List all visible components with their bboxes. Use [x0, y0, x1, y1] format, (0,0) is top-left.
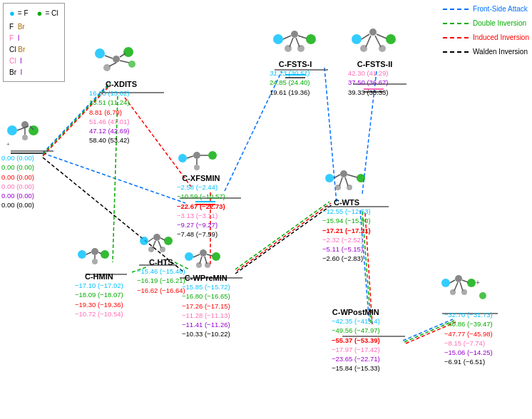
f-i-f: F	[9, 34, 14, 42]
svg-point-126	[479, 292, 486, 299]
svg-point-51	[128, 61, 135, 68]
svg-point-89	[273, 34, 283, 44]
svg-line-71	[153, 241, 155, 248]
svg-line-55	[120, 61, 129, 63]
svg-point-90	[291, 31, 298, 38]
svg-point-100	[386, 34, 396, 44]
svg-line-80	[200, 257, 202, 264]
svg-point-98	[352, 34, 362, 44]
reactant-energies: 0.00 (0.00) 0.00 (0.00) 0.00 (0.00) 0.00…	[1, 153, 34, 210]
svg-point-109	[357, 174, 365, 182]
walden-inv-label: Walden Inversion	[473, 46, 528, 58]
xfsmin-mol-svg	[177, 143, 223, 172]
fsts-ii-label: C-FSTS-II	[348, 60, 401, 68]
svg-line-96	[290, 38, 293, 47]
wts-mol-svg	[322, 162, 371, 197]
hts-mol-svg	[137, 227, 176, 257]
svg-point-40	[7, 125, 17, 135]
fsts-ii-mol-svg	[348, 21, 401, 58]
xfsmin-energies: −2.58 (−2.44) −10.59 (−10.57) −22.67 (−2…	[177, 182, 225, 239]
svg-point-65	[153, 234, 160, 241]
svg-point-49	[113, 56, 120, 63]
svg-point-48	[95, 48, 105, 58]
svg-line-95	[298, 36, 307, 38]
svg-point-57	[78, 250, 86, 259]
svg-point-66	[164, 237, 173, 245]
reactant-molecule: +	[4, 110, 46, 151]
svg-point-107	[325, 174, 334, 182]
cl-br-br: Br	[18, 46, 25, 53]
c-wpremin-node: C-WPreMIN −15.85 (−15.72) −16.80 (−16.65…	[182, 242, 230, 339]
svg-line-106	[375, 36, 381, 47]
hmin-mol-svg	[75, 239, 114, 271]
blue-dashed-icon	[443, 9, 469, 10]
f-dot-icon: ●	[9, 6, 15, 21]
svg-line-122	[462, 280, 468, 282]
hmin-label: C-HMIN	[75, 272, 123, 281]
cl-dot-icon: ●	[37, 6, 43, 21]
svg-line-61	[86, 252, 91, 254]
svg-point-84	[208, 151, 217, 160]
svg-line-114	[339, 177, 342, 186]
svg-line-113	[347, 175, 357, 177]
svg-point-82	[178, 154, 187, 162]
svg-line-112	[334, 175, 340, 178]
svg-line-94	[283, 36, 291, 39]
wpremin-mol-svg	[182, 242, 225, 272]
green-dashed-icon	[443, 23, 469, 24]
cl-i-i: I	[20, 57, 22, 65]
hmin-energies: −17.10 (−17.02) −18.09 (−18.07) −19.30 (…	[75, 281, 123, 319]
black-dashed-icon	[443, 51, 469, 53]
wpostmin-energies: −42.35 (−41.14) −49.56 (−47.97) −55.37 (…	[332, 316, 380, 373]
svg-point-99	[369, 29, 377, 36]
svg-line-78	[193, 254, 200, 257]
front-side-label: Front-Side Attack	[473, 3, 528, 16]
svg-line-81	[205, 257, 207, 264]
svg-point-64	[140, 237, 148, 245]
front-side-legend-row: Front-Side Attack	[443, 3, 529, 16]
svg-point-91	[306, 34, 316, 44]
fsts-i-mol-svg	[270, 21, 321, 58]
svg-line-115	[345, 177, 348, 186]
c-wpostmin-node: C-WPostMIN −42.35 (−41.14) −49.56 (−47.9…	[332, 308, 380, 373]
svg-text:+: +	[6, 141, 10, 148]
svg-text:+: +	[476, 279, 480, 286]
wpremin-label: C-WPreMIN	[182, 274, 230, 282]
energy-diagram: ● = F ● = Cl F Br F I Cl Br Cl I Br I Fr…	[0, 0, 532, 419]
c-fsts-ii-node: C-FSTS-II 42.30 (41.29) 37.50 (36.67) 39…	[348, 21, 401, 97]
line-legend: Front-Side Attack Double Inversion Induc…	[443, 3, 529, 60]
svg-line-56	[109, 63, 116, 66]
wts-energies: −12.55 (−12.53) −15.94 (−15.90) −17.21 (…	[322, 207, 371, 264]
svg-line-105	[366, 36, 371, 47]
c-xfsmin-node: C-XFSMIN −2.58 (−2.44) −10.59 (−10.57) −…	[177, 143, 225, 239]
product-energies: −32.70 (−31.73) −40.86 (−39.47) −47.77 (…	[444, 310, 493, 367]
svg-line-104	[377, 34, 387, 38]
hts-energies: −15.46 (−15.46) −16.19 (−16.21) −16.62 (…	[137, 267, 185, 295]
induced-inv-label: Induced Inversion	[473, 31, 529, 44]
svg-point-75	[212, 252, 220, 261]
svg-line-97	[296, 38, 300, 47]
svg-point-73	[185, 252, 193, 261]
svg-line-21	[235, 205, 332, 274]
f-label: = F	[18, 8, 29, 19]
svg-line-123	[454, 282, 458, 291]
svg-point-76	[196, 262, 202, 268]
double-inv-label: Double Inversion	[473, 17, 526, 30]
atom-legend: ● = F ● = Cl F Br F I Cl Br Cl I Br I	[3, 3, 65, 82]
f-i-i: I	[18, 34, 20, 42]
svg-point-74	[200, 249, 207, 257]
svg-line-17	[237, 203, 331, 271]
cl-label: = Cl	[45, 8, 58, 19]
induced-inv-legend-row: Induced Inversion	[443, 31, 529, 44]
svg-point-116	[441, 279, 450, 287]
xdits-label: C-XDITS	[89, 80, 153, 88]
hts-label: C-HTS	[137, 258, 185, 267]
c-xdits-node: C-XDITS 16.05 (13.62) 13.51 (11.24) 8.81…	[89, 39, 153, 145]
svg-line-62	[98, 252, 101, 254]
svg-line-121	[450, 280, 455, 283]
c-hmin-node: C-HMIN −17.10 (−17.02) −18.09 (−18.07) −…	[75, 239, 123, 319]
fsts-ii-energies: 42.30 (41.29) 37.50 (36.67) 39.33 (38.33…	[348, 68, 401, 97]
red-dashed-icon	[443, 37, 469, 38]
reactant-mol-svg: +	[4, 110, 46, 150]
svg-point-50	[123, 47, 133, 57]
